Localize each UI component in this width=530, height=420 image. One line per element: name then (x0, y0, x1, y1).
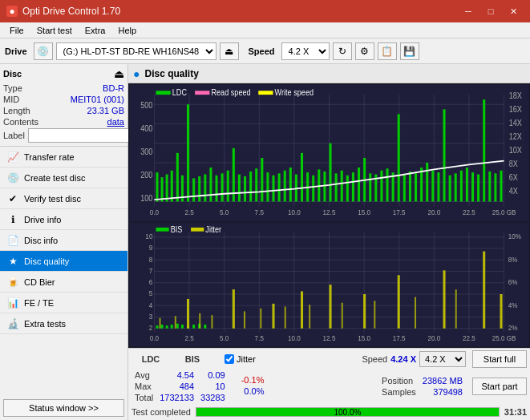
settings-button[interactable]: ⚙ (355, 42, 374, 60)
svg-rect-154 (211, 315, 212, 329)
svg-text:10: 10 (145, 232, 152, 240)
type-value: BD-R (103, 83, 124, 93)
svg-text:5: 5 (149, 289, 153, 298)
transfer-rate-label: Transfer rate (24, 152, 75, 162)
svg-text:12.5: 12.5 (323, 208, 336, 217)
verify-test-disc-label: Verify test disc (24, 194, 81, 204)
menu-extra[interactable]: Extra (79, 24, 112, 37)
svg-text:20.0: 20.0 (427, 333, 440, 342)
svg-text:25.0 GB: 25.0 GB (492, 208, 516, 217)
svg-rect-144 (301, 291, 303, 328)
jitter-checkbox[interactable] (225, 354, 234, 364)
svg-rect-78 (494, 173, 496, 201)
start-full-button[interactable]: Start full (472, 350, 527, 368)
svg-rect-150 (500, 294, 503, 329)
svg-rect-149 (483, 251, 485, 328)
svg-rect-56 (369, 173, 371, 201)
sidebar-item-disc-info[interactable]: 📄 Disc info (0, 230, 127, 251)
total-bis: 33283 (197, 392, 229, 403)
sidebar-item-verify-test-disc[interactable]: ✔ Verify test disc (0, 188, 127, 209)
svg-text:15.0: 15.0 (358, 333, 370, 342)
stats-area: LDC BIS Jitter Speed 4.24 X 4.2 X Start … (128, 348, 530, 420)
eject-button[interactable]: ⏏ (220, 42, 239, 60)
avg-ldc: 4.54 (156, 370, 197, 381)
menu-start-test[interactable]: Start test (30, 24, 79, 37)
samples-label: Samples (378, 386, 419, 398)
svg-text:5.0: 5.0 (220, 333, 229, 342)
close-button[interactable]: ✕ (503, 3, 524, 19)
svg-rect-40 (278, 173, 281, 201)
label-label: Label (3, 131, 25, 140)
svg-text:200: 200 (140, 171, 153, 180)
drive-info-label: Drive info (24, 215, 61, 224)
svg-text:10X: 10X (509, 145, 522, 155)
svg-text:LDC: LDC (172, 88, 187, 98)
minimize-button[interactable]: ─ (458, 3, 479, 19)
sidebar-item-cd-bier[interactable]: 🍺 CD Bier (0, 272, 127, 293)
type-label: Type (3, 83, 22, 93)
sidebar-item-create-test-disc[interactable]: 💿 Create test disc (0, 168, 127, 188)
svg-text:300: 300 (140, 147, 153, 157)
disc-eject-icon[interactable]: ⏏ (114, 67, 124, 80)
sidebar-item-fe-te[interactable]: 📊 FE / TE (0, 293, 127, 313)
svg-text:2%: 2% (508, 323, 518, 332)
save-button[interactable]: 💾 (400, 42, 419, 60)
svg-rect-22 (176, 153, 179, 202)
svg-text:500: 500 (140, 100, 153, 110)
contents-value[interactable]: data (107, 117, 124, 127)
jitter-table: -0.1% 0.0% (238, 374, 268, 398)
menu-help[interactable]: Help (111, 24, 143, 37)
status-window-button[interactable]: Status window >> (3, 399, 124, 417)
sidebar-item-transfer-rate[interactable]: 📈 Transfer rate (0, 147, 127, 168)
speed-label: Speed (249, 46, 275, 56)
svg-rect-69 (443, 109, 446, 201)
time-text: 31:31 (504, 407, 527, 417)
avg-bis: 0.09 (197, 370, 229, 381)
svg-text:400: 400 (140, 123, 153, 133)
start-part-button[interactable]: Start part (472, 378, 527, 395)
mid-value: MEIT01 (001) (71, 95, 124, 104)
disc-info-label: Disc info (24, 236, 58, 245)
svg-text:Read speed: Read speed (211, 88, 250, 98)
svg-rect-142 (233, 289, 235, 329)
svg-rect-134 (171, 325, 173, 329)
svg-rect-145 (330, 285, 332, 329)
extra-tests-icon: 🔬 (6, 318, 19, 329)
svg-rect-76 (483, 99, 485, 201)
svg-rect-70 (449, 176, 451, 202)
charts-container: 500 400 300 200 100 18X 16X 14X 12X 10X … (128, 83, 530, 348)
drive-select[interactable]: (G:) HL-DT-ST BD-RE WH16NS48 1.D3 (56, 42, 216, 60)
svg-rect-157 (285, 306, 286, 328)
svg-text:100: 100 (140, 194, 153, 204)
svg-rect-147 (398, 275, 400, 328)
svg-text:25.0 GB: 25.0 GB (492, 333, 516, 342)
total-ldc: 1732133 (156, 392, 197, 403)
svg-rect-146 (363, 294, 366, 329)
svg-rect-67 (431, 171, 434, 202)
speed-select-stats[interactable]: 4.2 X (419, 351, 466, 367)
copy-button[interactable]: 📋 (378, 42, 397, 60)
disc-quality-label: Disc quality (24, 256, 69, 266)
svg-rect-24 (187, 104, 189, 201)
sidebar-item-extra-tests[interactable]: 🔬 Extra tests (0, 313, 127, 334)
mid-label: MID (3, 95, 19, 104)
menu-bar: File Start test Extra Help (0, 22, 530, 38)
maximize-button[interactable]: □ (480, 3, 501, 19)
samples-value: 379498 (419, 386, 466, 398)
speed-select[interactable]: 4.2 X (281, 42, 330, 60)
label-input[interactable] (28, 128, 135, 143)
sidebar-item-disc-quality[interactable]: ★ Disc quality (0, 251, 127, 272)
svg-rect-52 (346, 176, 349, 202)
menu-file[interactable]: File (3, 24, 30, 37)
svg-rect-35 (249, 172, 252, 202)
svg-text:4: 4 (149, 301, 153, 309)
jitter-label: Jitter (237, 354, 256, 364)
svg-rect-20 (166, 175, 168, 202)
svg-rect-53 (352, 172, 354, 201)
svg-text:17.5: 17.5 (393, 208, 406, 217)
svg-rect-68 (437, 172, 439, 201)
disc-panel: Disc ⏏ Type BD-R MID MEIT01 (001) Length… (0, 64, 127, 147)
refresh-button[interactable]: ↻ (333, 42, 352, 60)
svg-text:12.5: 12.5 (323, 333, 336, 342)
sidebar-item-drive-info[interactable]: ℹ Drive info (0, 209, 127, 230)
